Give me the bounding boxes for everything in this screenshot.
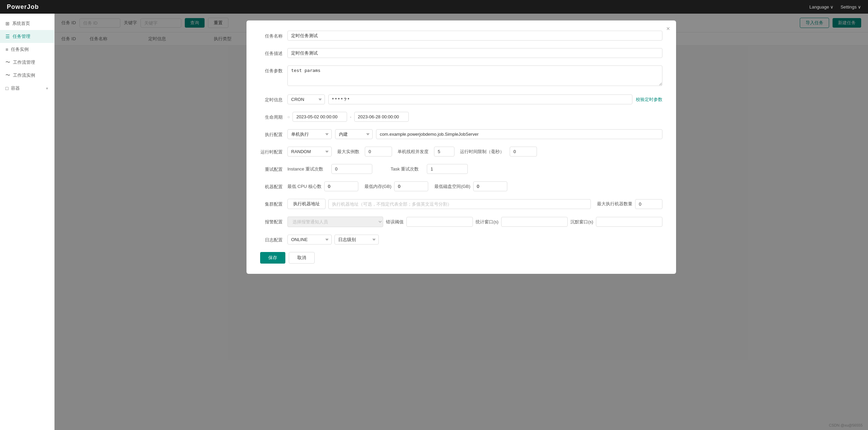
exec-type-select[interactable]: 内建 (335, 129, 373, 139)
form-row-lifecycle: 生命周期 ○ - (260, 112, 662, 122)
form-row-retry: 重试配置 Instance 重试次数 Task 重试次数 (260, 164, 662, 174)
sidebar-item-task-example[interactable]: ≡ 任务实例 (0, 43, 54, 56)
machine-label: 机器配置 (260, 181, 287, 190)
lifecycle-end-input[interactable] (354, 112, 409, 122)
workflow-mgmt-icon: 〜 (5, 59, 10, 65)
sidebar-item-home[interactable]: ⊞ 系统首页 (0, 17, 54, 30)
runtime-row: RANDOM 最大实例数 单机线程并发度 运行时间限制（毫秒） (287, 147, 662, 157)
form-row-job-name: 任务名称 (260, 31, 662, 41)
task-retry-input[interactable] (427, 164, 468, 174)
top-nav-right: Language ∨ Settings ∨ (809, 4, 861, 10)
form-row-log: 日志配置 ONLINE 日志级别 (260, 235, 662, 244)
sidebar-item-container-label: 容器 (11, 85, 20, 91)
exec-handler-input[interactable] (376, 129, 662, 139)
min-cpu-input[interactable] (324, 181, 358, 191)
sidebar-item-workflow-example-label: 工作流实例 (13, 72, 35, 78)
lifecycle-label: 生命周期 (260, 112, 287, 120)
date-range-sep: - (350, 114, 351, 119)
min-disk-input[interactable] (473, 181, 507, 191)
max-machines-input[interactable] (635, 199, 662, 209)
cluster-machine-button[interactable]: 执行机器地址 (287, 199, 326, 209)
save-button[interactable]: 保存 (260, 252, 285, 264)
thread-concurrency-label: 单机线程并发度 (398, 149, 429, 155)
instance-retry-input[interactable] (331, 164, 372, 174)
exec-config-label: 执行配置 (260, 129, 287, 138)
exec-config-group: 单机执行 内建 (287, 129, 662, 139)
alert-stat-label: 统计窗口(s) (476, 219, 498, 225)
alert-silence-label: 沉默窗口(s) (570, 219, 593, 225)
container-arrow-icon: ▼ (45, 87, 49, 90)
lifecycle-start-input[interactable] (293, 112, 347, 122)
container-icon: □ (5, 86, 8, 91)
sidebar-item-container[interactable]: □ 容器 ▼ (0, 82, 54, 95)
retry-label: 重试配置 (260, 164, 287, 173)
modal-overlay: × 任务名称 任务描述 任务参数 test params 定时信息 (55, 14, 868, 430)
job-params-label: 任务参数 (260, 65, 287, 74)
calendar-icon: ○ (287, 115, 290, 119)
form-row-runtime: 运行时配置 RANDOM 最大实例数 单机线程并发度 运行时间限制（毫秒） (260, 147, 662, 157)
schedule-type-select[interactable]: CRON (287, 94, 325, 104)
cluster-label: 集群配置 (260, 199, 287, 207)
workflow-example-icon: 〜 (5, 72, 10, 78)
sidebar-item-workflow-example[interactable]: 〜 工作流实例 (0, 69, 54, 82)
form-row-exec-config: 执行配置 单机执行 内建 (260, 129, 662, 139)
form-row-job-desc: 任务描述 (260, 48, 662, 58)
alert-label: 报警配置 (260, 217, 287, 225)
settings-button[interactable]: Settings ∨ (840, 4, 861, 10)
sidebar-item-task-mgmt-label: 任务管理 (13, 33, 30, 40)
form-row-schedule: 定时信息 CRON 校验定时参数 (260, 94, 662, 104)
task-mgmt-icon: ☰ (5, 34, 10, 39)
validate-cron-button[interactable]: 校验定时参数 (636, 97, 662, 103)
alert-row: 选择报警通知人员 错误阈值 统计窗口(s) 沉默窗口(s) (287, 217, 662, 227)
runtime-mode-select[interactable]: RANDOM (287, 147, 332, 157)
exec-mode-select[interactable]: 单机执行 (287, 129, 332, 139)
max-instances-label: 最大实例数 (337, 149, 359, 155)
alert-person-select[interactable]: 选择报警通知人员 (287, 217, 383, 227)
retry-content: Instance 重试次数 Task 重试次数 (287, 164, 662, 174)
sidebar-item-workflow-mgmt[interactable]: 〜 工作流管理 (0, 56, 54, 69)
time-limit-label: 运行时间限制（毫秒） (460, 149, 504, 155)
sidebar-item-task-mgmt[interactable]: ☰ 任务管理 (0, 30, 54, 43)
cluster-addr-input[interactable] (328, 199, 591, 209)
date-range: ○ - (287, 112, 662, 122)
lifecycle-content: ○ - (287, 112, 662, 122)
logo: PowerJob (7, 3, 39, 11)
job-desc-input[interactable] (287, 48, 662, 58)
sidebar-item-home-label: 系统首页 (12, 20, 30, 27)
job-name-input[interactable] (287, 31, 662, 41)
alert-stat-input[interactable] (501, 217, 568, 227)
modal-close-button[interactable]: × (666, 25, 670, 32)
form-row-job-params: 任务参数 test params (260, 65, 662, 87)
log-level-select[interactable]: 日志级别 (334, 235, 379, 244)
job-params-content: test params (287, 65, 662, 87)
cron-input[interactable] (328, 94, 632, 104)
schedule-label: 定时信息 (260, 94, 287, 103)
task-example-icon: ≡ (5, 47, 8, 52)
log-type-select[interactable]: ONLINE (287, 235, 332, 244)
min-memory-label: 最低内存(GB) (364, 183, 391, 190)
max-machines-label: 最大执行机器数量 (597, 201, 632, 207)
cancel-button[interactable]: 取消 (289, 252, 315, 264)
form-row-machine: 机器配置 最低 CPU 核心数 最低内存(GB) 最低磁盘空间(GB) (260, 181, 662, 191)
alert-content: 选择报警通知人员 错误阈值 统计窗口(s) 沉默窗口(s) (287, 217, 662, 227)
action-buttons: 保存 取消 (260, 252, 662, 264)
task-retry-label: Task 重试次数 (391, 166, 419, 172)
max-instances-input[interactable] (365, 147, 392, 157)
exec-config-content: 单机执行 内建 (287, 129, 662, 139)
job-name-label: 任务名称 (260, 31, 287, 39)
job-desc-content (287, 48, 662, 58)
log-label: 日志配置 (260, 235, 287, 243)
sidebar: ⊞ 系统首页 ☰ 任务管理 ≡ 任务实例 〜 工作流管理 〜 工作流实例 □ 容… (0, 14, 55, 430)
log-content: ONLINE 日志级别 (287, 235, 662, 244)
form-row-cluster: 集群配置 执行机器地址 最大执行机器数量 (260, 199, 662, 209)
instance-retry-label: Instance 重试次数 (287, 166, 323, 172)
alert-silence-input[interactable] (596, 217, 662, 227)
cron-row: CRON 校验定时参数 (287, 94, 662, 104)
thread-concurrency-input[interactable] (434, 147, 454, 157)
sidebar-item-task-example-label: 任务实例 (11, 46, 29, 53)
min-memory-input[interactable] (394, 181, 428, 191)
language-button[interactable]: Language ∨ (809, 4, 834, 10)
job-params-textarea[interactable]: test params (287, 65, 662, 86)
alert-threshold-input[interactable] (406, 217, 473, 227)
time-limit-input[interactable] (510, 147, 537, 157)
